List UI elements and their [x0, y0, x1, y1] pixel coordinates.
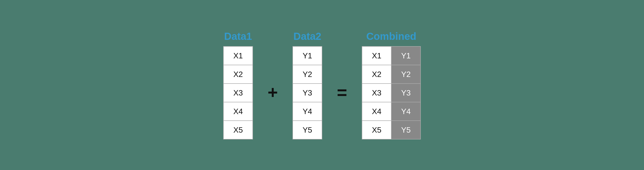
- combined-col2-cell: Y2: [391, 65, 420, 84]
- data2-table: Y1Y2Y3Y4Y5: [292, 46, 322, 139]
- combined-col1-cell: X5: [362, 121, 391, 139]
- data2-cell: Y3: [293, 84, 322, 102]
- combined-col2-cell: Y4: [391, 102, 420, 121]
- combined-col1-cell: X2: [362, 65, 391, 84]
- data1-cell: X4: [224, 102, 253, 121]
- plus-operator: +: [268, 82, 278, 102]
- combined-table: X1Y1X2Y2X3Y3X4Y4X5Y5: [362, 46, 421, 139]
- data1-cell: X5: [224, 121, 253, 139]
- combined-col2-cell: Y1: [391, 46, 420, 65]
- data2-cell: Y5: [293, 121, 322, 139]
- combined-col1-cell: X4: [362, 102, 391, 121]
- combined-col1-cell: X1: [362, 46, 391, 65]
- data1-cell: X1: [224, 46, 253, 65]
- data2-cell: Y1: [293, 46, 322, 65]
- data2-title: Data2: [294, 31, 321, 42]
- combined-block: Combined X1Y1X2Y2X3Y3X4Y4X5Y5: [362, 31, 421, 139]
- data1-table: X1X2X3X4X5: [223, 46, 253, 139]
- data2-cell: Y2: [293, 65, 322, 84]
- data1-title: Data1: [224, 31, 252, 42]
- data1-cell: X2: [224, 65, 253, 84]
- combined-col2-cell: Y5: [391, 121, 420, 139]
- data1-cell: X3: [224, 84, 253, 102]
- main-container: Data1 X1X2X3X4X5 + Data2 Y1Y2Y3Y4Y5 = Co…: [223, 31, 421, 139]
- data2-cell: Y4: [293, 102, 322, 121]
- combined-col1-cell: X3: [362, 84, 391, 102]
- data2-block: Data2 Y1Y2Y3Y4Y5: [292, 31, 322, 139]
- data1-block: Data1 X1X2X3X4X5: [223, 31, 253, 139]
- combined-title: Combined: [366, 31, 416, 42]
- equals-operator: =: [337, 82, 347, 102]
- combined-col2-cell: Y3: [391, 84, 420, 102]
